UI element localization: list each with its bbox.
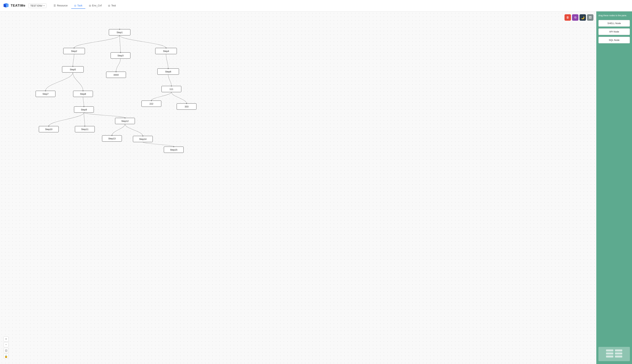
edge-Step14-Step15 bbox=[143, 142, 174, 147]
node-Step6[interactable]: Step6 bbox=[158, 68, 179, 74]
edge-111-222 bbox=[151, 92, 171, 101]
env-selector[interactable]: TEST ENV ▾ bbox=[29, 4, 47, 8]
edge-Step9-Step11 bbox=[84, 112, 85, 126]
node-Step12[interactable]: Step12 bbox=[115, 118, 135, 124]
svg-point-52 bbox=[125, 118, 126, 118]
node-Step7[interactable]: Step7 bbox=[36, 90, 55, 97]
node-Step14[interactable]: Step14 bbox=[133, 136, 153, 142]
tab-task[interactable]: ◎ Task bbox=[71, 3, 85, 9]
svg-point-46 bbox=[186, 103, 187, 104]
main: 🗑 ⧉ 🌙 🖼 Step1Step2Step3Step4Step54444Ste… bbox=[0, 12, 632, 364]
node-Step4[interactable]: Step4 bbox=[155, 48, 177, 54]
edge-Step1-Step4 bbox=[120, 35, 166, 48]
logo-text: TEATIMe bbox=[11, 4, 26, 8]
api-node-button[interactable]: API Node bbox=[598, 28, 630, 35]
node-Step1[interactable]: Step1 bbox=[109, 29, 130, 35]
tab-env-cnf[interactable]: ◎ Env_Cnf bbox=[86, 3, 105, 9]
drag-hint-text: drag these nodes to the pane. bbox=[598, 14, 630, 17]
node-111[interactable]: 111 bbox=[162, 86, 181, 92]
tab-env-cnf-label: Env_Cnf bbox=[92, 4, 102, 7]
edge-Step2-Step5 bbox=[73, 54, 74, 66]
logo-area: TEATIMe bbox=[3, 2, 26, 9]
svg-point-28 bbox=[166, 48, 167, 48]
node-label-Step8: Step8 bbox=[80, 92, 86, 95]
node-label-Step4: Step4 bbox=[163, 50, 169, 52]
export-image-button[interactable]: 🖼 bbox=[587, 14, 593, 21]
node-label-Step12: Step12 bbox=[121, 120, 129, 122]
edge-Step5-Step7 bbox=[46, 72, 73, 91]
node-label-Step9: Step9 bbox=[81, 108, 87, 111]
edge-111-333 bbox=[171, 92, 187, 104]
delete-button[interactable]: 🗑 bbox=[564, 14, 571, 21]
node-label-222: 222 bbox=[149, 102, 153, 105]
node-Step2[interactable]: Step2 bbox=[63, 48, 85, 54]
chevron-down-icon: ▾ bbox=[44, 5, 45, 6]
tab-test-label: Test bbox=[111, 4, 116, 7]
node-label-Step14: Step14 bbox=[139, 138, 146, 140]
svg-point-48 bbox=[48, 126, 49, 127]
svg-point-30 bbox=[72, 66, 73, 67]
thumbnail-svg bbox=[605, 349, 623, 359]
svg-point-54 bbox=[111, 135, 113, 136]
theme-toggle-button[interactable]: 🌙 bbox=[579, 14, 586, 21]
edge-Step1-Step2 bbox=[74, 35, 120, 48]
node-Step15[interactable]: Step15 bbox=[164, 146, 184, 153]
nav-tabs: ☰ Resource ◎ Task ◎ Env_Cnf ◎ Test bbox=[51, 3, 119, 9]
edge-Step5-Step8 bbox=[73, 72, 83, 91]
node-label-Step2: Step2 bbox=[71, 50, 77, 52]
node-label-Step10: Step10 bbox=[45, 128, 52, 130]
env-selector-label: TEST ENV bbox=[30, 4, 43, 7]
svg-point-56 bbox=[142, 136, 143, 136]
edge-Step9-Step12 bbox=[84, 112, 125, 118]
resource-icon: ☰ bbox=[54, 4, 56, 7]
task-icon: ◎ bbox=[74, 4, 76, 7]
sql-node-button[interactable]: SQL Node bbox=[598, 37, 630, 43]
node-label-4444: 4444 bbox=[114, 74, 119, 76]
node-label-Step6: Step6 bbox=[165, 70, 171, 73]
tab-test[interactable]: ◎ Test bbox=[105, 3, 119, 9]
copy-button[interactable]: ⧉ bbox=[572, 14, 578, 21]
tab-resource[interactable]: ☰ Resource bbox=[51, 3, 71, 9]
node-Step11[interactable]: Step11 bbox=[75, 126, 95, 132]
svg-point-38 bbox=[83, 90, 84, 91]
zoom-in-button[interactable]: + bbox=[4, 336, 9, 342]
canvas-toolbar: 🗑 ⧉ 🌙 🖼 bbox=[564, 14, 593, 21]
tab-task-label: Task bbox=[77, 4, 83, 7]
svg-point-40 bbox=[171, 86, 172, 86]
svg-point-24 bbox=[74, 48, 75, 48]
edge-Step12-Step13 bbox=[112, 124, 125, 136]
node-333[interactable]: 333 bbox=[177, 103, 196, 110]
node-Step13[interactable]: Step13 bbox=[102, 135, 122, 142]
edge-Step4-Step6 bbox=[166, 54, 168, 68]
svg-point-22 bbox=[119, 29, 120, 30]
edge-Step3-4444 bbox=[116, 58, 121, 72]
tab-resource-label: Resource bbox=[57, 4, 68, 7]
svg-point-50 bbox=[84, 126, 85, 127]
flow-diagram: Step1Step2Step3Step4Step54444Step6Step7S… bbox=[0, 12, 596, 364]
node-Step8[interactable]: Step8 bbox=[73, 90, 93, 97]
lock-button[interactable]: 🔒 bbox=[4, 354, 9, 359]
svg-point-58 bbox=[173, 146, 174, 147]
node-Step9[interactable]: Step9 bbox=[74, 106, 94, 112]
svg-rect-63 bbox=[615, 352, 622, 354]
node-Step5[interactable]: Step5 bbox=[62, 66, 84, 72]
svg-point-34 bbox=[168, 68, 169, 69]
node-label-Step3: Step3 bbox=[118, 54, 124, 57]
node-label-Step15: Step15 bbox=[170, 148, 177, 151]
node-label-111: 111 bbox=[169, 88, 173, 90]
node-4444[interactable]: 4444 bbox=[106, 71, 126, 78]
svg-rect-60 bbox=[606, 352, 613, 354]
svg-point-44 bbox=[151, 100, 152, 101]
svg-rect-59 bbox=[606, 350, 613, 351]
edge-Step8-Step9 bbox=[83, 97, 84, 106]
node-label-Step5: Step5 bbox=[70, 68, 76, 71]
node-Step10[interactable]: Step10 bbox=[39, 126, 59, 132]
shell-node-button[interactable]: SHELL Node bbox=[598, 20, 630, 26]
node-222[interactable]: 222 bbox=[142, 100, 161, 107]
svg-rect-64 bbox=[615, 356, 622, 358]
fit-view-button[interactable]: ⊡ bbox=[4, 348, 9, 353]
svg-rect-61 bbox=[606, 356, 613, 358]
canvas-area[interactable]: 🗑 ⧉ 🌙 🖼 Step1Step2Step3Step4Step54444Ste… bbox=[0, 12, 596, 364]
zoom-out-button[interactable]: − bbox=[4, 342, 9, 347]
node-Step3[interactable]: Step3 bbox=[111, 52, 130, 58]
